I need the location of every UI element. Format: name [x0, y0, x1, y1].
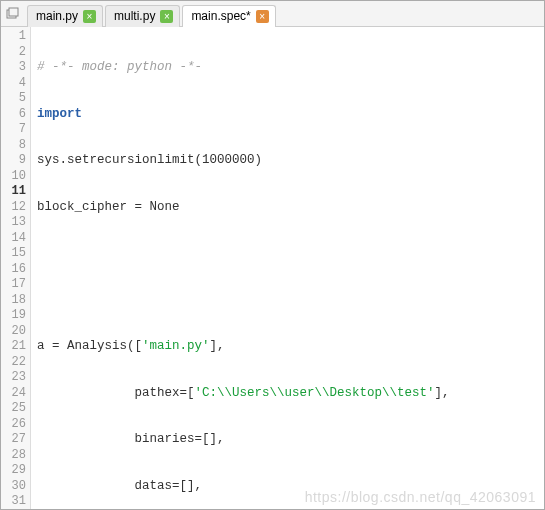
line-gutter: 1234567891011121314151617181920212223242…: [1, 27, 31, 509]
code-line: block_cipher = None: [37, 200, 544, 216]
code-line: a = Analysis(['main.py'],: [37, 339, 544, 355]
tab-multi-py[interactable]: multi.py ×: [105, 5, 180, 27]
new-tab-icon[interactable]: [5, 6, 21, 22]
code-line: pathex=['C:\\Users\\user\\Desktop\\test'…: [37, 386, 544, 402]
close-icon[interactable]: ×: [83, 10, 96, 23]
code-line: # -*- mode: python -*-: [37, 60, 544, 76]
tab-main-py[interactable]: main.py ×: [27, 5, 103, 27]
tab-main-spec[interactable]: main.spec* ×: [182, 5, 275, 27]
tab-label: main.py: [36, 9, 78, 23]
svg-rect-1: [9, 8, 18, 16]
code-line: import: [37, 107, 544, 123]
code-line: [37, 293, 544, 309]
code-line: sys.setrecursionlimit(1000000): [37, 153, 544, 169]
code-line: [37, 246, 544, 262]
code-area[interactable]: # -*- mode: python -*- import sys.setrec…: [31, 27, 544, 509]
code-editor[interactable]: 1234567891011121314151617181920212223242…: [1, 27, 544, 509]
tab-label: multi.py: [114, 9, 155, 23]
code-line: datas=[],: [37, 479, 544, 495]
code-line: binaries=[],: [37, 432, 544, 448]
close-icon[interactable]: ×: [256, 10, 269, 23]
tab-bar: main.py × multi.py × main.spec* ×: [1, 1, 544, 27]
tab-label: main.spec*: [191, 9, 250, 23]
close-icon[interactable]: ×: [160, 10, 173, 23]
